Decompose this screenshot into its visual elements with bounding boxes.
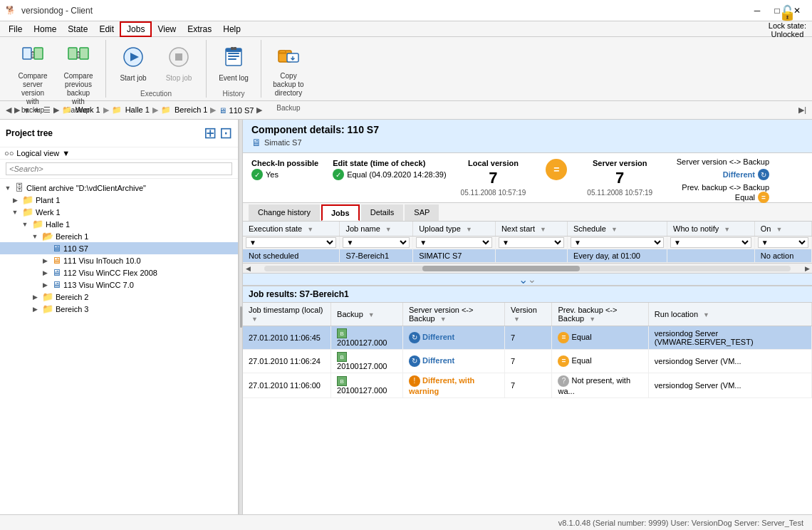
copy-backup-label: Copy backup to directory [271,72,306,98]
breadcrumb-list[interactable]: ☰ [43,105,51,115]
breadcrumb-arrow1[interactable]: ▶ [53,105,59,115]
breadcrumb-item-110s7[interactable]: 🖥 110 S7 [219,106,254,115]
pvb-equal-icon: = [558,355,569,367]
menu-file[interactable]: File [3,21,28,37]
filter-select2[interactable]: ▼ [343,237,410,248]
112visu-label: 112 Visu WinCC Flex 2008 [63,269,157,277]
tree-item-bereich2[interactable]: ▶ 📁 Bereich 2 [0,291,238,303]
results-table-row[interactable]: 27.01.2010 11:06:00B20100127.000!Differe… [243,373,812,398]
col-upload-type: Upload type ▼ [413,222,496,237]
tab-jobs[interactable]: Jobs [321,204,360,221]
res-col-server-vs-backup: Server version <-> Backup ▼ [402,303,504,326]
editstate-col: Edit state (time of check) ✓ Equal (04.0… [333,159,446,180]
menu-state[interactable]: State [62,21,93,37]
results-table-row[interactable]: 27.01.2010 11:06:24B20100127.000↻Differe… [243,350,812,373]
res-dropdown5[interactable]: ▼ [589,316,595,323]
tree-item-bereich3[interactable]: ▶ 📁 Bereich 3 [0,303,238,315]
sidebar-header: Project tree ⊞ ⊡ [0,120,238,147]
menu-jobs[interactable]: Jobs [120,21,152,37]
results-table-row[interactable]: 27.01.2010 11:06:45B20100127.000↻Differe… [243,326,812,350]
col-next-start: Next start ▼ [495,222,567,237]
menu-home[interactable]: Home [28,21,62,37]
minimize-button[interactable]: ─ [748,4,766,18]
toggle-icon: ▼ [3,185,13,192]
menu-help[interactable]: Help [217,21,246,37]
pvb-warn-icon: ? [558,375,569,387]
filter-select5[interactable]: ▼ [571,237,664,248]
backup-file-icon: B [337,328,349,337]
res-col-timestamp: Job timestamp (local) ▼ [243,303,331,326]
tree-item-bereich1[interactable]: ▼ 📂 Bereich 1 [0,230,238,242]
res-dropdown3[interactable]: ▼ [440,316,447,323]
bc-sep2: ▶ [152,105,158,115]
tree-item-110s7[interactable]: 🖥 110 S7 [0,242,238,254]
res-cell-prev-vs-backup: =Equal [552,350,648,373]
start-job-button[interactable]: Start job [112,42,155,85]
toggle-icon: ▼ [10,209,20,216]
horizontal-splitter[interactable]: ⌄ [243,273,812,286]
copy-backup-button[interactable]: Copy backup to directory [267,40,310,101]
col-dropdown6[interactable]: ▼ [724,226,730,233]
logical-view-label: Logical view [16,149,59,157]
tab-details[interactable]: Details [361,204,404,221]
filter-select6[interactable]: ▼ [670,237,751,248]
filter-select4[interactable]: ▼ [499,237,564,248]
splitter-handle [240,306,242,328]
status-section: Check-In possible ✓ Yes Edit state (time… [243,153,812,203]
backup-file-icon: B [337,376,349,385]
menu-extras[interactable]: Extras [182,21,217,37]
tree-item-plant1[interactable]: ▶ 📁 Plant 1 [0,194,238,206]
jobs-table-row[interactable]: Not scheduled S7-Bereich1 SIMATIC S7 Eve… [243,249,812,263]
tree-item-111visu[interactable]: ▶ 🖥 111 Visu InTouch 10.0 [0,254,238,266]
event-log-button[interactable]: Event log [212,42,255,85]
col-dropdown7[interactable]: ▼ [776,226,783,233]
breadcrumb-item-halle1[interactable]: 📁 Halle 1 [112,105,150,115]
copy-backup-icon [277,43,300,71]
breadcrumb-item-bereich1[interactable]: 📁 Bereich 1 [161,105,208,115]
menu-view[interactable]: View [152,21,182,37]
equal-icon-col: = [540,159,573,180]
search-input[interactable] [6,162,232,175]
checkin-label: Check-In possible [251,159,318,167]
jobs-scrollbar-h[interactable]: ◀ ▶ [243,263,812,273]
scroll-thumb-h[interactable] [422,266,581,271]
col-dropdown4[interactable]: ▼ [540,226,546,233]
scroll-right-btn[interactable]: ▶ [802,264,812,274]
results-scroll-area[interactable]: Job timestamp (local) ▼ Backup ▼ Server … [243,303,812,514]
scroll-left-btn[interactable]: ◀ [243,264,253,274]
filter-select1[interactable]: ▼ [246,237,336,248]
col-dropdown5[interactable]: ▼ [611,226,618,233]
sidebar-title: Project tree [6,128,53,138]
col-job-name: Job name ▼ [340,222,413,237]
res-dropdown2[interactable]: ▼ [368,311,375,318]
menu-edit[interactable]: Edit [93,21,120,37]
device-icon-110s7: 🖥 [219,106,227,115]
tree-item-werk1[interactable]: ▼ 📁 Werk 1 [0,206,238,218]
tree-item-112visu[interactable]: ▶ 🖥 112 Visu WinCC Flex 2008 [0,266,238,279]
breadcrumb-end[interactable]: ▶ [256,105,262,115]
breadcrumb-star[interactable]: ★ [33,105,41,115]
breadcrumb-item-werk1[interactable]: 📁 Werk 1 [62,105,100,115]
breadcrumb-forward[interactable]: ▶ [14,105,20,115]
view-dropdown-arrow[interactable]: ▼ [62,149,70,157]
breadcrumb-collapse[interactable]: ▶| [798,105,806,115]
tree-item-113visu[interactable]: ▶ 🖥 113 Visu WinCC 7.0 [0,279,238,291]
tab-sap[interactable]: SAP [405,204,439,221]
cell-on: No action [754,249,811,263]
breadcrumb-back[interactable]: ◀ [6,105,11,115]
res-dropdown1[interactable]: ▼ [251,316,258,323]
tree-archive-root[interactable]: ▼ 🗄 Client archive "D:\vdClientArchive" [0,182,238,194]
breadcrumb-dropdown[interactable]: ▼ [23,106,31,115]
stop-job-button[interactable]: Stop job [157,42,200,85]
col-dropdown3[interactable]: ▼ [466,226,472,233]
res-dropdown6[interactable]: ▼ [703,311,709,318]
res-dropdown4[interactable]: ▼ [514,316,520,323]
res-cell-backup: B20100127.000 [331,373,403,398]
filter-select7[interactable]: ▼ [758,237,808,248]
filter-select3[interactable]: ▼ [416,237,492,248]
col-dropdown1[interactable]: ▼ [307,226,313,233]
tab-change-history[interactable]: Change history [249,204,320,221]
svb-status-icon: ! [409,376,422,385]
col-dropdown2[interactable]: ▼ [385,226,392,233]
tree-item-halle1[interactable]: ▼ 📁 Halle 1 [0,218,238,230]
